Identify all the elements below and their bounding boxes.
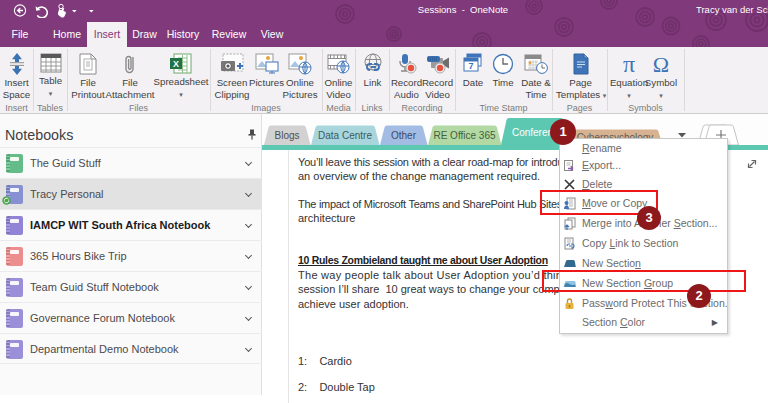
svg-text:Data Centre: Data Centre xyxy=(318,130,372,141)
svg-text:Blogs: Blogs xyxy=(274,130,299,141)
svg-text:Other: Other xyxy=(391,130,417,141)
svg-text:RE Office 365: RE Office 365 xyxy=(433,130,496,141)
svg-text:7: 7 xyxy=(468,61,473,71)
svg-text:Ω: Ω xyxy=(653,53,669,75)
svg-text:X: X xyxy=(173,59,179,69)
svg-text:π: π xyxy=(623,53,635,75)
